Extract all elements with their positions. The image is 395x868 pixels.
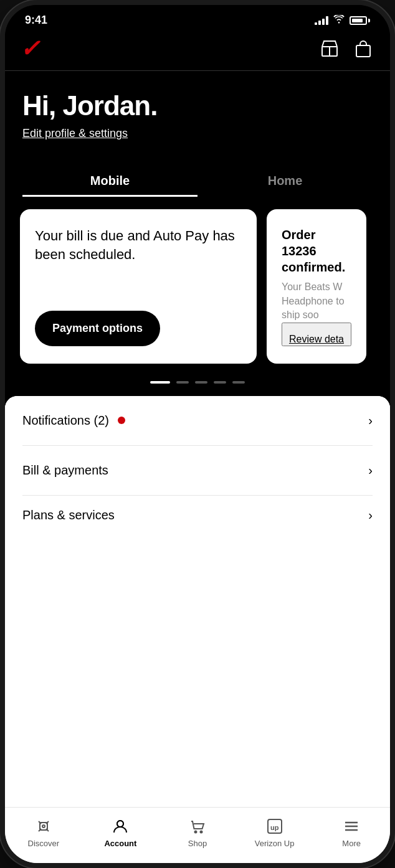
svg-text:up: up	[270, 824, 279, 831]
notification-badge	[118, 417, 125, 424]
nav-verizon-up-label: Verizon Up	[255, 839, 295, 848]
cards-section: Your bill is due and Auto Pay has been s…	[5, 197, 390, 375]
nav-discover[interactable]: Discover	[5, 815, 82, 851]
tabs-container: Mobile Home	[5, 165, 390, 197]
svg-point-8	[194, 831, 196, 833]
verizon-logo: ✓	[20, 37, 40, 60]
discover-icon	[35, 818, 52, 835]
notifications-label: Notifications (2)	[22, 413, 109, 428]
svg-point-7	[117, 821, 123, 827]
nav-account[interactable]: Account	[82, 815, 159, 851]
dot-5	[232, 381, 245, 384]
greeting-section: Hi, Jordan. Edit profile & settings	[5, 71, 390, 165]
bill-payments-chevron: ›	[368, 463, 373, 478]
content-inner: Notifications (2) › Bill & payments › Pl…	[5, 396, 390, 807]
edit-profile-link[interactable]: Edit profile & settings	[22, 127, 128, 140]
dot-3	[195, 381, 207, 384]
store-icon	[320, 39, 339, 58]
nav-shop-label: Shop	[188, 839, 207, 848]
review-details-link[interactable]: Review deta	[282, 323, 351, 346]
header: ✓	[5, 32, 390, 70]
card-order: Order 13236 confirmed. Your Beats W Head…	[267, 209, 366, 363]
bill-payments-label: Bill & payments	[22, 463, 108, 478]
nav-shop[interactable]: Shop	[159, 815, 236, 851]
account-icon	[112, 818, 129, 835]
shop-icon	[189, 818, 206, 835]
store-icon-button[interactable]	[318, 37, 341, 60]
plans-services-menu-item[interactable]: Plans & services ›	[5, 496, 390, 535]
dot-4	[214, 381, 226, 384]
notifications-menu-item[interactable]: Notifications (2) ›	[5, 396, 390, 445]
svg-point-5	[42, 825, 45, 828]
card-order-title: Order 13236 confirmed.	[282, 227, 351, 275]
dots-indicator	[5, 376, 390, 396]
notifications-chevron: ›	[368, 413, 373, 428]
status-bar: 9:41	[5, 5, 390, 32]
content-section: Notifications (2) › Bill & payments › Pl…	[5, 396, 390, 863]
card-bill-text: Your bill is due and Auto Pay has been s…	[35, 227, 242, 263]
bottom-nav: Discover Account Shop	[5, 807, 390, 863]
nav-account-label: Account	[104, 839, 136, 848]
verizon-up-icon: up	[266, 818, 283, 835]
battery-icon	[350, 16, 370, 25]
phone-shell: 9:41 ✓	[0, 0, 395, 868]
bill-payments-menu-item[interactable]: Bill & payments ›	[5, 446, 390, 495]
bag-icon	[354, 39, 373, 58]
payment-options-button[interactable]: Payment options	[35, 311, 160, 346]
card-bill: Your bill is due and Auto Pay has been s…	[20, 209, 257, 363]
wifi-icon	[333, 15, 345, 26]
dot-1	[150, 381, 170, 384]
nav-verizon-up[interactable]: up Verizon Up	[236, 815, 313, 851]
svg-point-9	[200, 831, 202, 833]
plans-services-label: Plans & services	[22, 508, 115, 522]
nav-discover-label: Discover	[28, 839, 60, 848]
header-icons	[318, 37, 375, 60]
plans-services-chevron: ›	[368, 508, 373, 522]
status-icons	[315, 15, 370, 26]
card-order-subtitle: Your Beats W Headphone to ship soo	[282, 280, 351, 322]
tab-home[interactable]: Home	[198, 165, 373, 197]
bag-icon-button[interactable]	[351, 37, 375, 60]
status-time: 9:41	[25, 14, 47, 27]
greeting-title: Hi, Jordan.	[22, 91, 373, 121]
nav-more-label: More	[342, 839, 361, 848]
nav-more[interactable]: More	[313, 815, 390, 851]
svg-rect-3	[356, 45, 370, 57]
dot-2	[176, 381, 189, 384]
tab-mobile[interactable]: Mobile	[22, 165, 198, 197]
more-icon	[343, 818, 360, 835]
signal-icon	[315, 16, 328, 25]
